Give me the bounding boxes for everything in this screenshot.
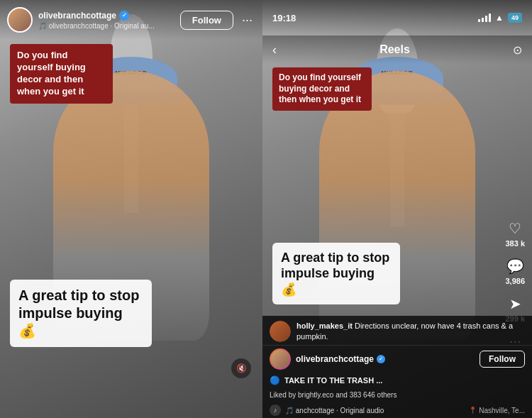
comment-row: holly_makes_it Directions unclear, now h… — [262, 316, 532, 345]
left-top-text: Do you find yourself buying decor and th… — [17, 50, 86, 97]
comment-count: 3,986 — [505, 277, 525, 285]
battery-indicator: 49 — [508, 13, 522, 23]
right-bottom-overlay: holly_makes_it Directions unclear, now h… — [262, 316, 532, 418]
left-bottom-text: A great tip to stop impulse buying 💰 — [18, 287, 139, 339]
wifi-icon: ▲ — [495, 13, 504, 23]
location-block: 📍 Nashville, Te... — [469, 407, 525, 414]
author-avatar-inner — [271, 350, 289, 368]
signal-bar-2 — [482, 18, 484, 22]
like-action[interactable]: ♡ 383 k — [505, 220, 525, 248]
comment-username: holly_makes_it — [297, 321, 353, 330]
comment-action[interactable]: 💬 3,986 — [505, 258, 525, 285]
author-verified-badge: ✓ — [377, 355, 385, 363]
camera-icon[interactable]: ⊙ — [513, 43, 522, 57]
author-row: olivebranchcottage ✓ Follow — [262, 345, 532, 373]
author-name: olivebranchcottage — [296, 354, 374, 364]
signal-bar-1 — [478, 19, 480, 22]
right-status-icons: ▲ 49 — [478, 13, 522, 23]
right-bottom-text-box: A great tip to stop impulse buying 💰 — [272, 243, 400, 305]
location-text: Nashville, Te... — [479, 407, 525, 414]
share-icon: ➤ — [509, 295, 521, 312]
mute-icon-symbol: 🔇 — [236, 363, 247, 373]
signal-bar-3 — [485, 16, 487, 22]
left-avatar — [7, 7, 33, 33]
back-button[interactable]: ‹ — [272, 43, 277, 57]
right-status-bar: 19:18 ▲ 49 — [262, 0, 532, 35]
left-more-button[interactable]: ··· — [239, 13, 255, 28]
audio-row: ♪ 🎵 anchcottage · Original audio 📍 Nashv… — [262, 402, 532, 418]
like-icon: ♡ — [509, 220, 521, 237]
like-count: 383 k — [505, 239, 525, 248]
take-it-text: TAKE IT TO THE TRASH ... — [284, 376, 382, 385]
left-audio-text: 🎵 olivebranchcottage · Original au... — [38, 22, 180, 30]
mute-button[interactable]: 🔇 — [231, 358, 251, 378]
comment-text-block: holly_makes_it Directions unclear, now h… — [297, 321, 525, 342]
liked-by-text: Liked by brightly.eco and 383 646 others — [270, 391, 397, 399]
left-avatar-inner — [9, 9, 31, 31]
author-name-block: olivebranchcottage ✓ — [296, 354, 475, 364]
location-pin-icon: 📍 — [469, 407, 477, 414]
music-note-icon: ♪ — [270, 405, 281, 416]
left-bottom-text-box: A great tip to stop impulse buying 💰 — [10, 280, 152, 347]
audio-text: 🎵 anchcottage · Original audio — [285, 407, 465, 414]
left-username-block: olivebranchcottage ✓ 🎵 olivebranchcottag… — [38, 11, 180, 30]
left-top-text-box: Do you find yourself buying decor and th… — [10, 44, 113, 104]
right-time: 19:18 — [272, 13, 296, 23]
left-verified-badge: ✓ — [119, 11, 129, 21]
liked-by-row: Liked by brightly.eco and 383 646 others — [262, 390, 532, 402]
right-follow-button[interactable]: Follow — [480, 351, 525, 368]
comment-icon: 💬 — [506, 258, 524, 275]
left-username-row: olivebranchcottage ✓ — [38, 11, 180, 21]
signal-icon — [478, 13, 491, 22]
comment-avatar-inner — [270, 321, 291, 342]
right-bottom-text: A great tip to stop impulse buying 💰 — [281, 251, 389, 297]
right-top-text-box: Do you find yourself buying decor and th… — [272, 67, 372, 111]
left-username-text: olivebranchcottage — [38, 11, 116, 21]
right-nav-bar: ‹ Reels ⊙ — [262, 35, 532, 64]
right-top-text: Do you find yourself buying decor and th… — [279, 72, 361, 104]
comment-avatar — [270, 321, 291, 342]
left-panel: olivebranchcottage ✓ 🎵 olivebranchcottag… — [0, 0, 262, 418]
signal-bar-4 — [489, 13, 491, 22]
reels-title: Reels — [379, 43, 410, 56]
take-it-icon: 🔵 — [270, 375, 280, 385]
left-follow-button[interactable]: Follow — [180, 11, 233, 30]
take-it-row: 🔵 TAKE IT TO THE TRASH ... — [262, 373, 532, 390]
right-panel: 19:18 ▲ 49 ‹ Reels ⊙ Do you find yoursel… — [262, 0, 532, 418]
author-avatar — [270, 348, 291, 370]
left-header: olivebranchcottage ✓ 🎵 olivebranchcottag… — [0, 0, 262, 40]
